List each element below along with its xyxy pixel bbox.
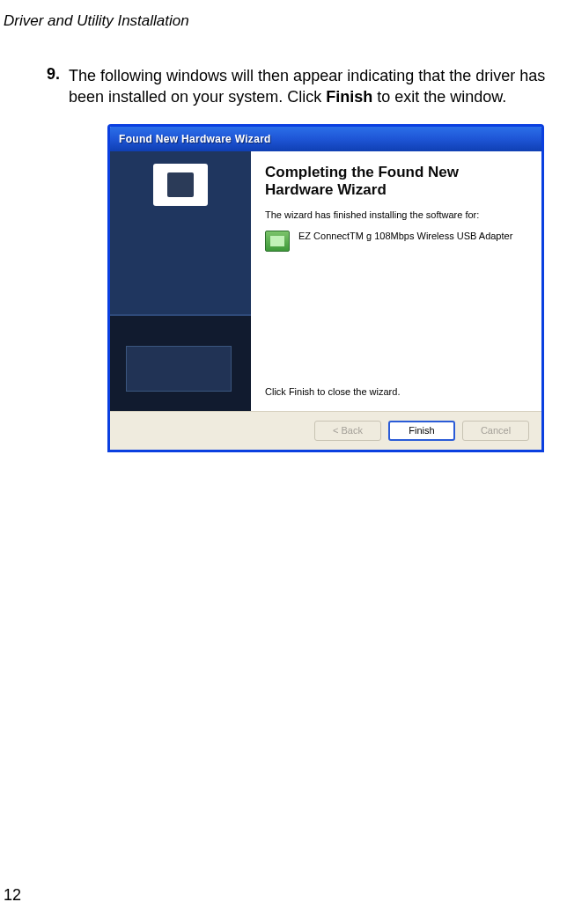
- wizard-heading: Completing the Found New Hardware Wizard: [265, 164, 529, 200]
- hardware-art-box: [126, 346, 232, 392]
- device-row: EZ ConnectTM g 108Mbps Wireless USB Adap…: [265, 231, 529, 252]
- step-text-bold: Finish: [326, 88, 372, 106]
- wizard-sidebar-art: [110, 151, 251, 411]
- wizard-button-bar: < Back Finish Cancel: [110, 411, 541, 450]
- network-adapter-icon: [265, 231, 290, 252]
- cancel-button: Cancel: [462, 421, 529, 441]
- step-9: 9. The following windows will then appea…: [37, 65, 567, 108]
- step-text-after: to exit the window.: [372, 88, 506, 106]
- content-area: 9. The following windows will then appea…: [0, 30, 567, 452]
- wizard-window: Found New Hardware Wizard Completing the…: [107, 124, 544, 452]
- wizard-screenshot: Found New Hardware Wizard Completing the…: [107, 124, 567, 452]
- back-button: < Back: [314, 421, 381, 441]
- wizard-main: Completing the Found New Hardware Wizard…: [251, 151, 541, 411]
- finish-button[interactable]: Finish: [388, 421, 455, 441]
- device-name: EZ ConnectTM g 108Mbps Wireless USB Adap…: [298, 231, 512, 241]
- wizard-body: Completing the Found New Hardware Wizard…: [110, 151, 541, 411]
- hardware-icon: [153, 164, 208, 206]
- wizard-subtext: The wizard has finished installing the s…: [265, 209, 529, 220]
- page-number: 12: [4, 886, 21, 905]
- step-number: 9.: [37, 65, 60, 108]
- step-text: The following windows will then appear i…: [69, 65, 562, 108]
- page-header: Driver and Utility Installation: [0, 0, 567, 30]
- wizard-instruction: Click Finish to close the wizard.: [265, 386, 529, 404]
- wizard-titlebar: Found New Hardware Wizard: [110, 127, 541, 151]
